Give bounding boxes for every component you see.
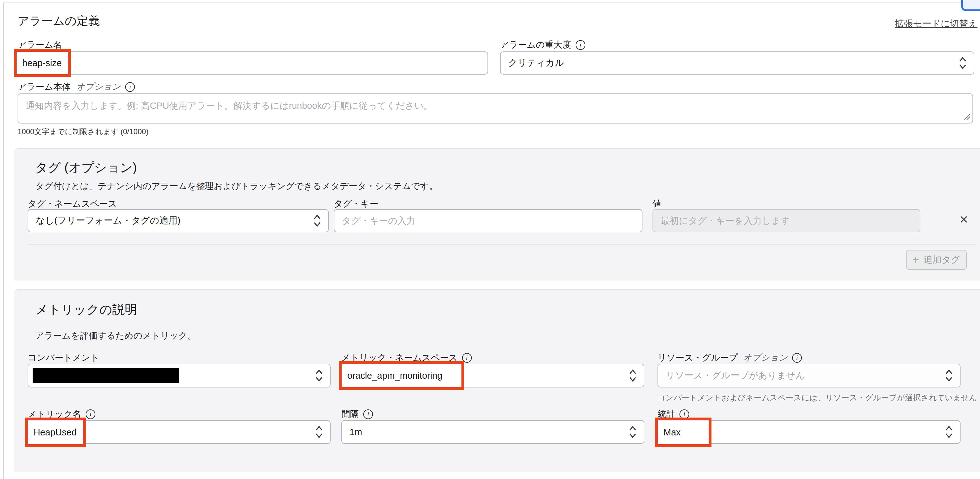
chevron-updown-icon [959,56,967,70]
info-icon[interactable]: i [125,82,135,92]
chevron-updown-icon [628,425,637,439]
metric-header: メトリックの説明 [35,301,137,318]
severity-label: アラームの重大度 i [500,39,585,51]
interval-label: 間隔 i [341,408,373,420]
alarm-body-textarea[interactable] [18,94,973,124]
tag-value-input [652,209,920,232]
info-icon[interactable]: i [86,409,95,419]
info-icon[interactable]: i [576,40,585,50]
tag-value-label: 値 [652,198,661,210]
tags-header: タグ (オプション) [35,159,137,176]
optional-tag: オプション [743,352,788,364]
alarm-body-label: アラーム本体 オプション i [18,81,135,93]
metric-section: メトリックの説明 アラームを評価するためのメトリック。 コンパートメント メトリ… [14,289,980,472]
compartment-label: コンパートメント [28,352,99,364]
chevron-updown-icon [945,425,953,439]
interval-select[interactable]: 1m [341,420,644,444]
annotation-box-metric-name: HeapUsed [25,417,86,447]
annotation-box-statistic: Max [655,417,711,447]
chevron-updown-icon [315,425,323,439]
resource-group-helper: コンパートメントおよびネームスペースには、リソース・グループが選択されていません [657,392,977,403]
annotation-box-metric-namespace: oracle_apm_monitoring [339,361,464,390]
tag-key-label: タグ・キー [334,198,378,210]
chevron-updown-icon [628,369,637,382]
page-title: アラームの定義 [18,13,100,29]
chevron-updown-icon [945,369,953,382]
info-icon[interactable]: i [363,409,373,419]
plus-icon: + [913,254,919,265]
tag-namespace-label: タグ・ネームスペース [28,198,117,210]
resource-group-label: リソース・グループ オプション i [657,352,802,364]
char-limit-note: 1000文字までに制限されます (0/1000) [18,127,148,137]
tags-section: タグ (オプション) タグ付けとは、テナンシ内のアラームを整理およびトラッキング… [14,148,980,281]
remove-tag-icon[interactable]: ✕ [959,214,968,225]
tag-key-input[interactable] [334,209,643,232]
severity-select[interactable]: クリティカル [500,51,974,75]
blue-corner-artifact [961,0,980,11]
statistic-value: Max [663,427,681,438]
metric-name-value: HeapUsed [33,427,76,438]
alarm-name-input[interactable] [18,51,488,75]
add-tag-button[interactable]: + 追加タグ [906,250,967,270]
switch-advanced-mode-link[interactable]: 拡張モードに切替え [895,17,977,30]
info-icon[interactable]: i [792,353,802,363]
tag-namespace-select[interactable]: なし(フリーフォーム・タグの適用) [28,209,329,232]
alarm-body-field [18,94,973,124]
tags-description: タグ付けとは、テナンシ内のアラームを整理およびトラッキングできるメタデータ・シス… [35,180,438,192]
redacted-value [33,368,179,383]
resize-grip-icon[interactable] [963,112,970,121]
compartment-select[interactable] [28,364,331,387]
metric-namespace-value: oracle_apm_monitoring [347,371,442,381]
chevron-updown-icon [315,369,323,382]
chevron-updown-icon [313,214,321,228]
alarm-name-value: heap-size [22,58,62,68]
annotation-box-alarm-name: heap-size [14,49,71,77]
tags-divider [28,244,975,244]
optional-tag: オプション [76,81,121,93]
metric-description: アラームを評価するためのメトリック。 [35,330,196,342]
resource-group-select: リソース・グループがありません [657,364,961,387]
